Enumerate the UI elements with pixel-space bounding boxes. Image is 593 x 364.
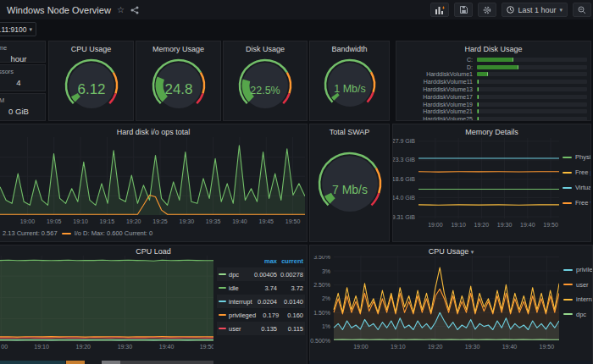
panel-title[interactable]: Disk Usage — [224, 41, 307, 53]
disk-usage-row: HarddiskVolume19 — [396, 101, 590, 108]
dashboard-settings-icon[interactable] — [478, 3, 496, 17]
panel-title[interactable]: CPU Usage ▾ — [310, 245, 592, 256]
legend-table-row[interactable]: interrupt0.02040.0140 — [217, 295, 305, 308]
panel-uptime: time hour — [0, 41, 46, 63]
legend-table-row[interactable]: user0.1350.115 — [217, 322, 305, 335]
series-max-value: 0.179 — [256, 312, 279, 319]
io-chart-legend[interactable]: 2.13 Current: 0.567I/o D: Max: 0.600 Cur… — [3, 229, 152, 237]
panel-title[interactable]: Bandwidth — [310, 41, 389, 53]
legend-label: interrupt — [576, 295, 593, 303]
legend-item[interactable]: Free phys — [563, 168, 591, 176]
disk-usage-bar-track — [477, 117, 587, 121]
svg-text:19:30: 19:30 — [180, 218, 195, 224]
legend-item[interactable]: user — [563, 281, 593, 289]
disk-usage-bar-track — [477, 80, 587, 84]
disk-usage-bar-fill — [477, 72, 488, 76]
legend-item[interactable]: dpc — [563, 311, 593, 318]
disk-usage-bar-track — [477, 58, 587, 62]
panel-total-swap: Total SWAP 7 Mb/s — [309, 124, 390, 242]
svg-text:19:30: 19:30 — [465, 344, 480, 350]
disk-usage-row: HarddiskVolume17 — [396, 93, 590, 101]
time-range-picker[interactable]: Last 1 hour ▾ — [502, 3, 568, 17]
legend-col-current[interactable]: current — [277, 257, 303, 265]
disk-usage-bar-fill — [477, 58, 513, 62]
svg-text:2.50%: 2.50% — [313, 282, 330, 288]
svg-text:3%: 3% — [322, 268, 330, 274]
legend-table-row[interactable]: privileged0.1790.160 — [217, 308, 305, 322]
stat-value: 0 GiB — [0, 104, 45, 116]
disk-usage-bar-fill — [477, 65, 518, 69]
legend-item[interactable]: Free virtu — [563, 199, 591, 207]
svg-text:19:45: 19:45 — [259, 218, 274, 224]
star-icon[interactable]: ☆ — [117, 6, 125, 14]
series-current-value: 0.115 — [277, 325, 303, 333]
legend-table-row[interactable]: dpc0.004050.00278 — [217, 267, 305, 281]
panel-title[interactable]: Memory Details — [393, 124, 590, 136]
svg-text:19:40: 19:40 — [502, 344, 518, 350]
svg-text:23.3 GiB: 23.3 GiB — [393, 157, 415, 163]
svg-text:19:50: 19:50 — [543, 222, 558, 228]
share-icon[interactable] — [130, 6, 139, 14]
series-max-value: 3.74 — [252, 284, 277, 292]
panel-menu-caret-icon[interactable]: ▾ — [471, 249, 474, 255]
legend-color-dash — [219, 328, 229, 329]
disk-volume-label: D: — [396, 64, 477, 70]
instance-variable-dropdown[interactable]: 0.0.11:9100 ▾ — [0, 22, 36, 36]
svg-text:19:05: 19:05 — [47, 218, 62, 224]
cpu-usage-legend[interactable]: privilegeduserinterruptdpc — [563, 266, 593, 318]
panel-title[interactable]: Total SWAP — [310, 124, 389, 136]
panel-title[interactable]: Hard Disk Usage — [396, 41, 590, 53]
series-name[interactable]: privileged — [229, 312, 256, 319]
cpu-usage-gauge: 6.12 — [49, 55, 133, 116]
svg-text:19:25: 19:25 — [152, 218, 168, 224]
panel-title[interactable]: Hard disk i/o ops total — [0, 124, 307, 136]
memory-usage-gauge: 24.8 — [136, 55, 220, 116]
panel-hard-disk-usage: Hard Disk Usage C:D:HarddiskVolume1Hardd… — [396, 41, 591, 121]
legend-color-dash — [563, 172, 572, 174]
svg-text:0.500%: 0.500% — [310, 338, 330, 344]
legend-item[interactable]: I/o D: Max: 0.600 Current: 0 — [62, 229, 153, 237]
legend-color-dash — [563, 202, 572, 204]
legend-label: Free virtu — [575, 199, 591, 207]
cropped-panels-strip — [120, 361, 213, 364]
panel-title[interactable]: Memory Usage — [136, 41, 220, 53]
legend-item[interactable]: 2.13 Current: 0.567 — [3, 229, 58, 237]
legend-item[interactable]: Virtual m — [563, 184, 591, 191]
series-name[interactable]: idle — [229, 284, 252, 292]
memory-details-legend[interactable]: PhysicalFree physVirtual mFree virtu — [563, 153, 591, 207]
legend-col-max[interactable]: max — [252, 257, 277, 265]
disk-volume-label: HarddiskVolume17 — [396, 94, 477, 100]
svg-text:24.8: 24.8 — [164, 81, 192, 97]
series-current-value: 0.160 — [279, 312, 303, 319]
series-name[interactable]: dpc — [229, 271, 252, 279]
legend-table-row[interactable]: idle3.743.72 — [217, 281, 305, 295]
stat-title: AM — [0, 94, 45, 104]
disk-usage-row: HarddiskVolume11 — [396, 78, 590, 85]
add-panel-icon[interactable] — [430, 3, 449, 17]
disk-usage-row: C: — [396, 56, 590, 63]
legend-color-dash — [563, 187, 572, 189]
svg-text:19:40: 19:40 — [232, 218, 247, 224]
panel-cpu-load: CPU Load 0019:1019:2019:3019:4019:50 max… — [0, 245, 308, 364]
series-name[interactable]: user — [229, 325, 252, 333]
legend-item[interactable]: Physical — [563, 153, 591, 161]
panel-title[interactable]: CPU Usage — [49, 41, 133, 53]
save-dashboard-icon[interactable] — [454, 3, 473, 17]
series-max-value: 0.135 — [252, 325, 277, 333]
zoom-out-icon[interactable] — [573, 3, 591, 17]
dashboard-title[interactable]: Windows Node Overview — [7, 5, 111, 15]
disk-usage-bar-fill — [477, 95, 479, 99]
panel-cpu-usage-gauge: CPU Usage 6.12 — [48, 41, 134, 121]
svg-text:19:50: 19:50 — [285, 218, 301, 224]
series-name[interactable]: interrupt — [229, 298, 252, 306]
svg-text:19:10: 19:10 — [73, 218, 88, 224]
disk-volume-label: HarddiskVolume25 — [396, 116, 477, 121]
disk-usage-row: HarddiskVolume21 — [396, 108, 590, 116]
legend-color-dash — [62, 233, 71, 234]
legend-item[interactable]: interrupt — [563, 295, 593, 303]
cpu-load-legend-table[interactable]: maxcurrentdpc0.004050.00278idle3.743.72i… — [217, 254, 305, 335]
legend-label: Free phys — [575, 168, 591, 176]
clock-icon — [507, 6, 514, 14]
svg-text:1 Mb/s: 1 Mb/s — [334, 83, 366, 95]
legend-item[interactable]: privileged — [563, 266, 593, 273]
